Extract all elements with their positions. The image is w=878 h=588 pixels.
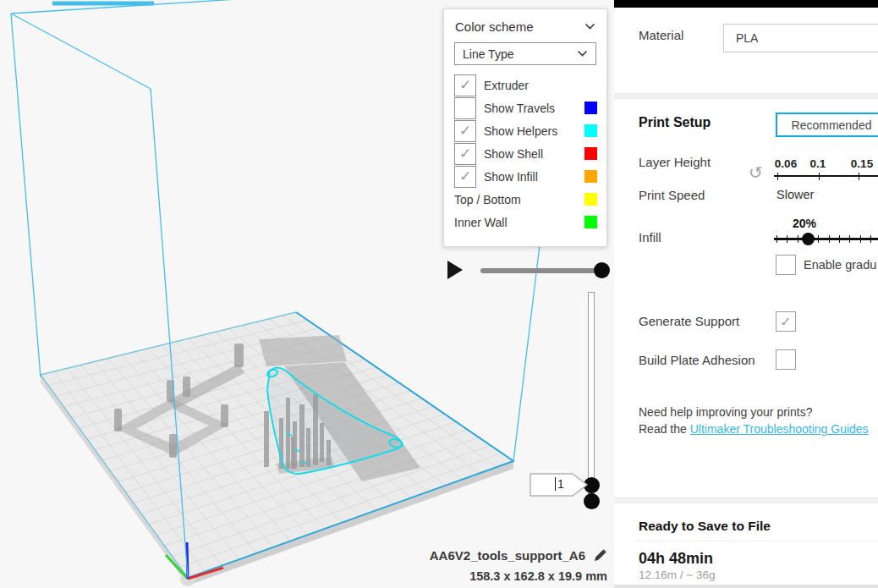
print-setup-title: Print Setup (639, 115, 711, 130)
reset-to-default-icon[interactable]: ↺ (749, 162, 763, 183)
section-divider (614, 497, 878, 503)
color-scheme-row-label: Extruder (484, 79, 584, 92)
status-title: Ready to Save to File (639, 519, 771, 534)
color-swatch (584, 102, 597, 114)
color-scheme-row: ✓Show Shell (444, 142, 606, 165)
simulation-slider[interactable] (480, 268, 606, 273)
simulation-slider-handle[interactable] (594, 262, 610, 278)
color-scheme-row: Top / Bottom (444, 188, 606, 211)
print-speed-label: Print Speed (639, 188, 705, 202)
model-dimensions: 158.3 x 162.8 x 19.9 mm (430, 569, 607, 583)
checkbox[interactable]: ✓ (454, 74, 476, 96)
slider-tick (776, 235, 777, 243)
layer-height-tick-label: 0.1 (810, 157, 826, 170)
layer-height-label: Layer Height (639, 155, 711, 169)
chevron-down-icon[interactable] (584, 23, 595, 30)
color-swatch (584, 193, 597, 206)
recommended-mode-button[interactable]: Recommended (776, 113, 878, 137)
color-scheme-row-list: ✓ExtruderShow Travels✓Show Helpers✓Show … (444, 74, 606, 234)
slider-tick (839, 235, 840, 243)
slider-tick (860, 235, 861, 243)
color-scheme-dropdown[interactable]: Line Type (454, 42, 596, 65)
gradual-infill-checkbox[interactable] (776, 255, 796, 275)
color-swatch (584, 124, 597, 137)
color-scheme-row-label: Top / Bottom (454, 193, 584, 206)
cura-window: Color scheme Line Type ✓ExtruderShow Tra… (0, 0, 878, 588)
color-swatch (584, 170, 597, 183)
pencil-edit-icon[interactable] (593, 548, 607, 563)
build-plate-adhesion-label: Build Plate Adhesion (639, 353, 755, 367)
slider-tick (870, 235, 871, 243)
help-block: Need help improving your prints? Read th… (639, 404, 869, 437)
color-scheme-row: ✓Show Infill (444, 165, 606, 188)
material-dropdown[interactable]: PLA (723, 24, 878, 52)
help-prefix: Read the (639, 422, 690, 436)
gradual-infill-label: Enable gradu (804, 258, 876, 272)
color-scheme-title: Color scheme (455, 19, 534, 34)
slider-tick (777, 173, 778, 180)
generate-support-checkbox[interactable]: ✓ (776, 311, 796, 332)
print-time-estimate: 04h 48min (639, 550, 713, 568)
build-plate-adhesion-checkbox[interactable] (776, 349, 796, 370)
infill-slider[interactable] (774, 238, 878, 240)
material-value: PLA (736, 31, 758, 45)
layer-slider[interactable] (588, 292, 595, 508)
infill-value: 20% (793, 217, 816, 230)
checkbox[interactable] (454, 97, 476, 119)
color-scheme-row: ✓Show Helpers (444, 119, 606, 142)
slider-tick (819, 173, 820, 180)
chevron-down-icon (577, 50, 588, 58)
color-scheme-row-label: Show Helpers (484, 124, 584, 138)
print-speed-value: Slower (776, 188, 814, 201)
infill-label: Infill (639, 230, 661, 245)
3d-viewport[interactable]: Color scheme Line Type ✓ExtruderShow Tra… (0, 0, 614, 588)
slider-tick (859, 173, 859, 180)
slider-tick (798, 235, 798, 243)
color-scheme-row-label: Inner Wall (454, 216, 584, 229)
color-swatch (584, 216, 597, 228)
color-scheme-row-label: Show Infill (484, 170, 584, 184)
layer-height-slider[interactable] (774, 175, 878, 177)
layer-height-tick-label: 0.06 (775, 157, 797, 170)
color-scheme-row: Inner Wall (444, 211, 606, 234)
color-scheme-panel: Color scheme Line Type ✓ExtruderShow Tra… (443, 8, 607, 247)
settings-sidebar: Material PLA Print Setup Recommended Lay… (614, 0, 878, 588)
slider-tick (818, 235, 819, 243)
section-divider (614, 93, 878, 99)
slider-tick (849, 235, 850, 243)
recommended-mode-label: Recommended (792, 118, 872, 132)
checkbox[interactable]: ✓ (454, 166, 476, 188)
material-usage-estimate: 12.16m / ~ 36g (639, 569, 715, 581)
color-scheme-row-label: Show Shell (484, 147, 584, 161)
checkbox[interactable]: ✓ (454, 120, 476, 142)
play-button[interactable] (447, 261, 463, 279)
slider-tick (787, 235, 787, 243)
color-swatch (584, 147, 597, 160)
help-question: Need help improving your prints? (639, 404, 869, 420)
color-scheme-dropdown-value: Line Type (463, 47, 513, 61)
checkbox[interactable]: ✓ (454, 143, 476, 165)
color-scheme-row: Show Travels (444, 96, 606, 119)
color-scheme-row: ✓Extruder (444, 74, 606, 96)
text-cursor (555, 477, 556, 491)
top-toolbar-edge (614, 0, 878, 8)
status-divider (635, 541, 878, 541)
bottom-edge (614, 585, 878, 588)
slider-tick (808, 235, 809, 243)
layer-height-tick-label: 0.15 (851, 157, 873, 170)
material-label: Material (639, 28, 683, 42)
model-info: AA6V2_tools_support_A6 158.3 x 162.8 x 1… (430, 548, 607, 583)
model-name: AA6V2_tools_support_A6 (430, 548, 585, 563)
color-scheme-row-label: Show Travels (484, 102, 584, 115)
generate-support-label: Generate Support (639, 314, 739, 328)
slider-tick (829, 235, 830, 243)
layer-number-input[interactable]: 1 (530, 473, 589, 497)
troubleshooting-guides-link[interactable]: Ultimaker Troubleshooting Guides (690, 422, 869, 436)
layer-number-value: 1 (557, 477, 564, 491)
